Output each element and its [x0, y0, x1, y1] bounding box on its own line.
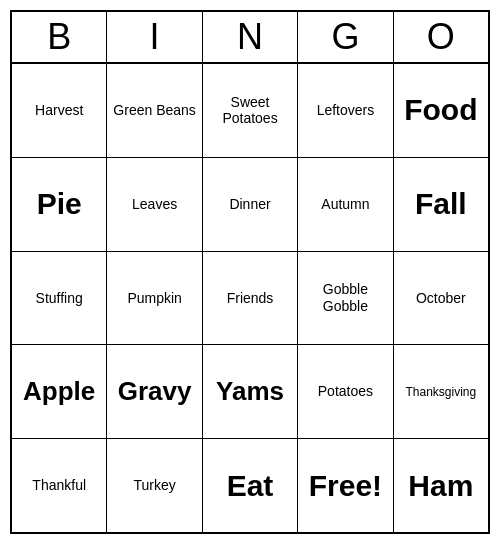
cell-r4-c0: Thankful: [12, 439, 107, 532]
grid-row-1: PieLeavesDinnerAutumnFall: [12, 158, 488, 252]
header-letter-N: N: [203, 12, 298, 64]
cell-r4-c2: Eat: [203, 439, 298, 532]
grid-row-3: AppleGravyYamsPotatoesThanksgiving: [12, 345, 488, 439]
bingo-card: BINGO HarvestGreen BeansSweet PotatoesLe…: [10, 10, 490, 534]
bingo-header: BINGO: [12, 12, 488, 64]
grid-row-4: ThankfulTurkeyEatFree!Ham: [12, 439, 488, 532]
cell-r4-c4: Ham: [394, 439, 488, 532]
cell-r0-c4: Food: [394, 64, 488, 157]
cell-r2-c1: Pumpkin: [107, 252, 202, 345]
cell-r1-c4: Fall: [394, 158, 488, 251]
header-letter-G: G: [298, 12, 393, 64]
cell-r3-c0: Apple: [12, 345, 107, 438]
grid-row-0: HarvestGreen BeansSweet PotatoesLeftover…: [12, 64, 488, 158]
header-letter-B: B: [12, 12, 107, 64]
cell-r4-c3: Free!: [298, 439, 393, 532]
cell-r2-c2: Friends: [203, 252, 298, 345]
cell-r0-c1: Green Beans: [107, 64, 202, 157]
cell-r1-c3: Autumn: [298, 158, 393, 251]
cell-r0-c3: Leftovers: [298, 64, 393, 157]
cell-r0-c2: Sweet Potatoes: [203, 64, 298, 157]
cell-r2-c3: Gobble Gobble: [298, 252, 393, 345]
cell-r3-c4: Thanksgiving: [394, 345, 488, 438]
bingo-grid: HarvestGreen BeansSweet PotatoesLeftover…: [12, 64, 488, 532]
grid-row-2: StuffingPumpkinFriendsGobble GobbleOctob…: [12, 252, 488, 346]
cell-r1-c0: Pie: [12, 158, 107, 251]
cell-r4-c1: Turkey: [107, 439, 202, 532]
cell-r1-c1: Leaves: [107, 158, 202, 251]
cell-r3-c3: Potatoes: [298, 345, 393, 438]
cell-r1-c2: Dinner: [203, 158, 298, 251]
cell-r3-c1: Gravy: [107, 345, 202, 438]
cell-r0-c0: Harvest: [12, 64, 107, 157]
cell-r3-c2: Yams: [203, 345, 298, 438]
cell-r2-c4: October: [394, 252, 488, 345]
header-letter-I: I: [107, 12, 202, 64]
cell-r2-c0: Stuffing: [12, 252, 107, 345]
header-letter-O: O: [394, 12, 488, 64]
